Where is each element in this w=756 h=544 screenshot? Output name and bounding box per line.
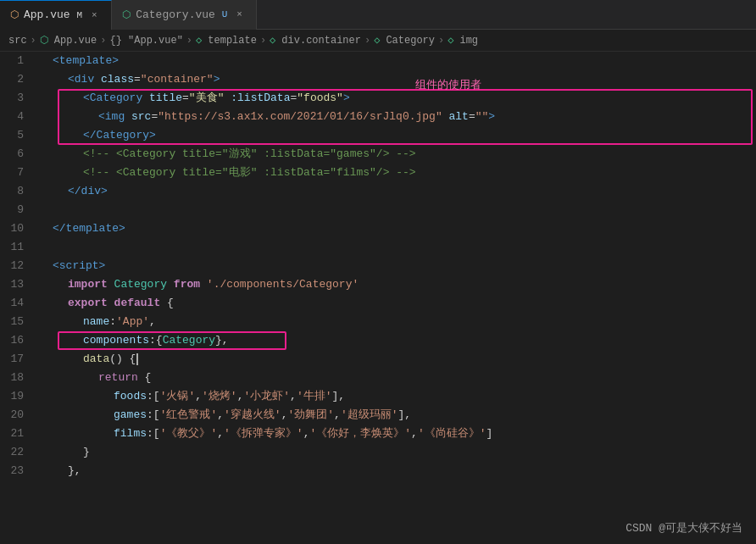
line-num-14: 14 [0, 294, 34, 313]
bc-sep6: › [438, 35, 444, 47]
line-14: 14 export default { [0, 294, 756, 313]
line-12: 12 <script> [0, 257, 756, 275]
line-1: 1 <template> [0, 52, 756, 70]
breadcrumb: src › ⬡ App.vue › {} "App.vue" › ◇ templ… [0, 30, 756, 52]
line-10: 10 </template> [0, 219, 756, 238]
bc-img-icon: ◇ [447, 34, 453, 47]
line-22: 22 } [0, 443, 756, 462]
bc-img: img [459, 35, 478, 47]
line-num-6: 6 [0, 145, 34, 164]
line-num-17: 17 [0, 350, 34, 369]
tab-vue-icon: ⬡ [10, 8, 19, 21]
line-num-3: 3 [0, 89, 34, 108]
line-content-19: foods:['火锅','烧烤','小龙虾','牛排'], [34, 387, 756, 406]
line-5: 5 </Category> [0, 126, 756, 145]
editor: 组件的使用者 1 <template> 2 <div class="contai… [0, 52, 756, 544]
line-num-4: 4 [0, 108, 34, 126]
line-num-8: 8 [0, 182, 34, 201]
tab-category-vue-label: Category.vue [136, 8, 215, 21]
line-13: 13 import Category from './components/Ca… [0, 275, 756, 294]
tab-modified-indicator: M [77, 10, 83, 20]
bc-category-icon: ◇ [374, 34, 380, 47]
line-8: 8 </div> [0, 182, 756, 201]
line-num-1: 1 [0, 52, 34, 70]
line-20: 20 games:['红色警戒','穿越火线','劲舞团','超级玛丽'], [0, 406, 756, 425]
line-num-15: 15 [0, 313, 34, 331]
line-num-23: 23 [0, 462, 34, 480]
line-num-19: 19 [0, 387, 34, 406]
line-content-20: games:['红色警戒','穿越火线','劲舞团','超级玛丽'], [34, 406, 756, 425]
bc-vue-icon: ⬡ [40, 34, 48, 47]
line-content-4: <img src="https://s3.ax1x.com/2021/01/16… [34, 108, 756, 126]
line-18: 18 return { [0, 369, 756, 387]
bc-template: template [208, 35, 257, 47]
tab-bar: ⬡ App.vue M × ⬡ Category.vue U × [0, 0, 756, 30]
line-num-22: 22 [0, 443, 34, 462]
bc-sep1: › [31, 35, 36, 47]
line-content-5: </Category> [34, 126, 756, 145]
line-num-11: 11 [0, 238, 34, 257]
bc-template-icon: ◇ [196, 34, 202, 47]
line-content-12: <script> [34, 257, 756, 275]
line-11: 11 [0, 238, 756, 257]
line-content-15: name:'App', [34, 313, 756, 331]
watermark-text: CSDN @可是大侠不好当 [625, 522, 742, 535]
tab-category-vue[interactable]: ⬡ Category.vue U × [112, 0, 257, 30]
bc-category: Category [386, 35, 435, 47]
line-15: 15 name:'App', [0, 313, 756, 331]
line-content-1: <template> [34, 52, 756, 70]
line-num-5: 5 [0, 126, 34, 145]
line-num-18: 18 [0, 369, 34, 387]
line-2: 2 <div class="container"> [0, 70, 756, 89]
line-num-13: 13 [0, 275, 34, 294]
line-content-2: <div class="container"> [34, 70, 756, 89]
line-num-2: 2 [0, 70, 34, 89]
line-6: 6 <!-- <Category title="游戏" :listData="g… [0, 145, 756, 164]
bc-braces: {} "App.vue" [109, 35, 182, 47]
line-17: 17 data() { [0, 350, 756, 369]
line-16: 16 components:{Category}, [0, 331, 756, 350]
line-num-7: 7 [0, 164, 34, 182]
line-content-3: <Category title="美食" :listData="foods"> [34, 89, 756, 108]
tab-category-modified-indicator: U [222, 9, 228, 19]
line-content-23: }, [34, 462, 756, 480]
line-content-18: return { [34, 369, 756, 387]
bc-sep4: › [260, 35, 266, 47]
watermark: CSDN @可是大侠不好当 [625, 520, 742, 536]
line-content-13: import Category from './components/Categ… [34, 275, 756, 294]
tab-close-icon[interactable]: × [87, 8, 101, 22]
bc-sep2: › [100, 35, 106, 47]
line-content-8: </div> [34, 182, 756, 201]
line-content-21: films:['《教父》','《拆弹专家》','《你好，李焕英》','《尚硅谷》… [34, 425, 756, 443]
line-num-12: 12 [0, 257, 34, 275]
line-num-10: 10 [0, 219, 34, 238]
tab-category-vue-icon: ⬡ [122, 8, 131, 21]
line-23: 23 }, [0, 462, 756, 480]
line-content-14: export default { [34, 294, 756, 313]
line-21: 21 films:['《教父》','《拆弹专家》','《你好，李焕英》','《尚… [0, 425, 756, 443]
line-content-22: } [34, 443, 756, 462]
code-lines[interactable]: 1 <template> 2 <div class="container"> 3… [0, 52, 756, 544]
line-num-16: 16 [0, 331, 34, 350]
line-content-16: components:{Category}, [34, 331, 756, 350]
line-19: 19 foods:['火锅','烧烤','小龙虾','牛排'], [0, 387, 756, 406]
line-content-10: </template> [34, 219, 756, 238]
tab-category-close-icon[interactable]: × [232, 8, 246, 21]
bc-src: src [8, 35, 27, 47]
tab-app-vue[interactable]: ⬡ App.vue M × [0, 0, 112, 30]
tab-app-vue-label: App.vue [24, 8, 70, 21]
line-3: 3 <Category title="美食" :listData="foods"… [0, 89, 756, 108]
line-num-9: 9 [0, 201, 34, 219]
line-content-7: <!-- <Category title="电影" :listData="fil… [34, 164, 756, 182]
line-4: 4 <img src="https://s3.ax1x.com/2021/01/… [0, 108, 756, 126]
bc-appvue: App.vue [54, 35, 97, 47]
bc-sep5: › [364, 35, 370, 47]
line-content-17: data() { [34, 350, 756, 369]
line-7: 7 <!-- <Category title="电影" :listData="f… [0, 164, 756, 182]
line-content-6: <!-- <Category title="游戏" :listData="gam… [34, 145, 756, 164]
line-9: 9 [0, 201, 756, 219]
line-num-21: 21 [0, 425, 34, 443]
bc-sep3: › [186, 35, 192, 47]
bc-div: div.container [281, 35, 361, 47]
line-num-20: 20 [0, 406, 34, 425]
